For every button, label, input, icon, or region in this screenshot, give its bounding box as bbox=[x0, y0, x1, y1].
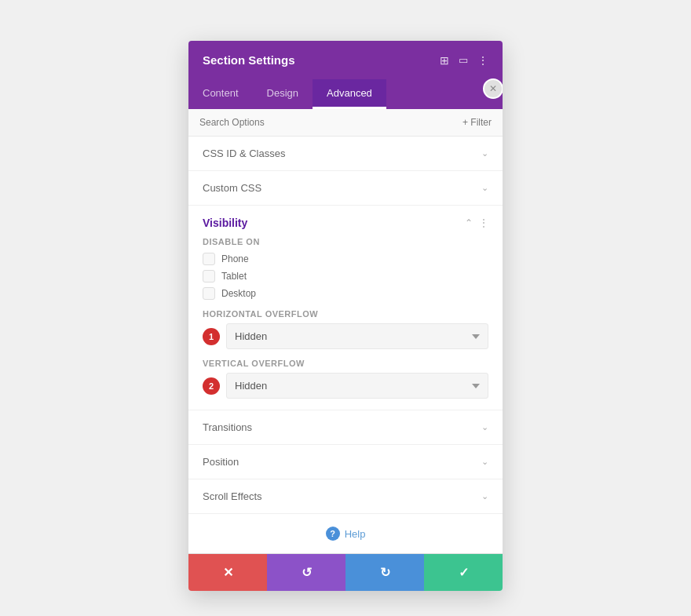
position-label: Position bbox=[203, 456, 239, 468]
custom-css-header[interactable]: Custom CSS ⌄ bbox=[188, 171, 503, 205]
css-id-classes-section: CSS ID & Classes ⌄ bbox=[188, 137, 503, 171]
position-header[interactable]: Position ⌄ bbox=[188, 445, 503, 479]
disable-on-label: Disable on bbox=[203, 237, 488, 246]
scroll-effects-label: Scroll Effects bbox=[203, 490, 262, 502]
header-icons: ⊞ ▭ ⋮ bbox=[440, 55, 488, 66]
tabs-row: Content Design Advanced ✕ bbox=[188, 79, 503, 109]
panel-header: Section Settings ⊞ ▭ ⋮ bbox=[188, 41, 503, 79]
grid-icon[interactable]: ⊞ bbox=[440, 55, 449, 66]
phone-label: Phone bbox=[221, 253, 249, 264]
scroll-effects-chevron: ⌄ bbox=[481, 491, 488, 501]
filter-button[interactable]: + Filter bbox=[462, 117, 492, 128]
vertical-overflow-badge: 2 bbox=[203, 377, 220, 395]
cancel-button[interactable]: ✕ bbox=[188, 554, 267, 591]
more-options-icon[interactable]: ⋮ bbox=[477, 55, 488, 66]
tab-design[interactable]: Design bbox=[253, 79, 313, 109]
custom-css-chevron: ⌄ bbox=[481, 183, 488, 193]
vertical-overflow-select[interactable]: Hidden Default Visible Scroll Auto bbox=[226, 373, 488, 399]
visibility-section: Visibility ⌃ ⋮ Disable on Phone Tablet bbox=[188, 206, 503, 410]
transitions-header[interactable]: Transitions ⌄ bbox=[188, 410, 503, 444]
search-input[interactable] bbox=[199, 117, 462, 128]
tab-content[interactable]: Content bbox=[188, 79, 253, 109]
panel-content: CSS ID & Classes ⌄ Custom CSS ⌄ Visibili… bbox=[188, 137, 503, 553]
custom-css-label: Custom CSS bbox=[203, 182, 261, 194]
tablet-label: Tablet bbox=[221, 271, 247, 282]
desktop-checkbox[interactable] bbox=[203, 287, 215, 300]
help-label[interactable]: Help bbox=[345, 528, 366, 540]
css-id-classes-label: CSS ID & Classes bbox=[203, 148, 285, 159]
search-bar: + Filter bbox=[188, 109, 503, 137]
horizontal-overflow-label: Horizontal Overflow bbox=[203, 309, 488, 319]
vertical-overflow-row: 2 Hidden Default Visible Scroll Auto bbox=[203, 373, 488, 399]
css-id-classes-header[interactable]: CSS ID & Classes ⌄ bbox=[188, 137, 503, 170]
close-button[interactable]: ✕ bbox=[483, 78, 503, 99]
vertical-overflow-label: Vertical Overflow bbox=[203, 359, 488, 368]
tablet-checkbox-row: Tablet bbox=[203, 270, 488, 282]
undo-button[interactable]: ↺ bbox=[267, 554, 346, 591]
save-button[interactable]: ✓ bbox=[424, 554, 503, 591]
phone-checkbox[interactable] bbox=[203, 253, 215, 265]
horizontal-overflow-badge: 1 bbox=[203, 328, 220, 345]
tablet-checkbox[interactable] bbox=[203, 270, 215, 282]
scroll-effects-section: Scroll Effects ⌄ bbox=[188, 479, 503, 514]
help-icon: ? bbox=[326, 527, 340, 541]
phone-checkbox-row: Phone bbox=[203, 253, 488, 265]
scroll-effects-header[interactable]: Scroll Effects ⌄ bbox=[188, 479, 503, 513]
section-settings-panel: Section Settings ⊞ ▭ ⋮ Content Design Ad… bbox=[188, 41, 503, 591]
visibility-more-icon[interactable]: ⋮ bbox=[479, 217, 488, 228]
css-id-classes-chevron: ⌄ bbox=[481, 148, 488, 159]
horizontal-overflow-select[interactable]: Hidden Default Visible Scroll Auto bbox=[226, 323, 488, 349]
help-row: ? Help bbox=[188, 514, 503, 553]
horizontal-overflow-row: 1 Hidden Default Visible Scroll Auto bbox=[203, 323, 488, 349]
redo-button[interactable]: ↻ bbox=[346, 554, 424, 591]
desktop-checkbox-row: Desktop bbox=[203, 287, 488, 300]
tab-advanced[interactable]: Advanced bbox=[313, 79, 386, 109]
visibility-header: Visibility ⌃ ⋮ bbox=[188, 206, 503, 237]
visibility-inner: Disable on Phone Tablet Desktop Horizont… bbox=[188, 237, 503, 399]
custom-css-section: Custom CSS ⌄ bbox=[188, 171, 503, 206]
visibility-collapse-icon[interactable]: ⌃ bbox=[465, 217, 473, 228]
transitions-label: Transitions bbox=[203, 421, 252, 433]
expand-icon[interactable]: ▭ bbox=[459, 55, 468, 65]
panel-title: Section Settings bbox=[203, 53, 295, 67]
desktop-label: Desktop bbox=[221, 288, 256, 299]
position-section: Position ⌄ bbox=[188, 445, 503, 479]
visibility-title: Visibility bbox=[203, 217, 247, 229]
visibility-icons: ⌃ ⋮ bbox=[465, 217, 488, 228]
horizontal-overflow-group: Horizontal Overflow 1 Hidden Default Vis… bbox=[203, 309, 488, 349]
position-chevron: ⌄ bbox=[481, 457, 488, 467]
transitions-chevron: ⌄ bbox=[481, 422, 488, 432]
action-bar: ✕ ↺ ↻ ✓ bbox=[188, 553, 503, 591]
transitions-section: Transitions ⌄ bbox=[188, 410, 503, 445]
vertical-overflow-group: Vertical Overflow 2 Hidden Default Visib… bbox=[203, 359, 488, 399]
